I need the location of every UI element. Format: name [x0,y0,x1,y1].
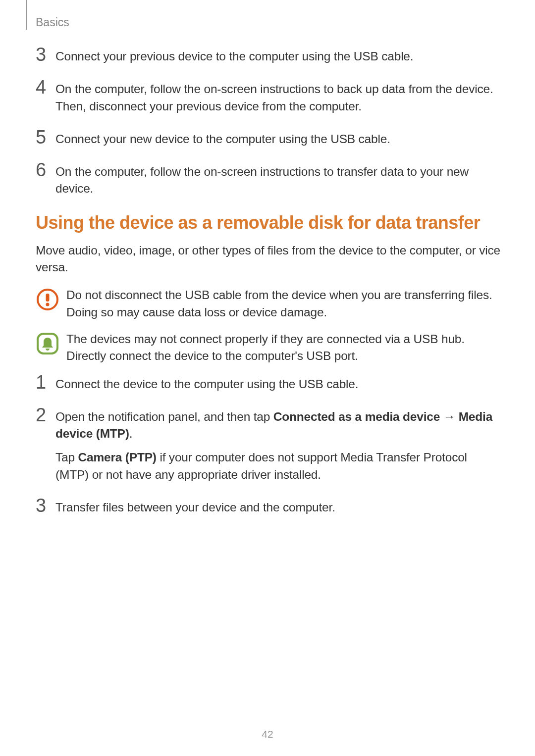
section-heading: Using the device as a removable disk for… [36,212,501,233]
warning-note: Do not disconnect the USB cable from the… [36,287,501,321]
step-number: 3 [36,45,55,64]
step-text: Connect the device to the computer using… [55,375,358,393]
info-text: The devices may not connect properly if … [66,331,501,365]
step-number: 3 [36,496,55,515]
step-text: Transfer files between your device and t… [55,498,335,516]
step-number: 2 [36,405,55,424]
text-fragment: . [129,427,133,440]
step-item: 6 On the computer, follow the on-screen … [36,162,501,198]
step-item: 1 Connect the device to the computer usi… [36,375,501,393]
step-item: 2 Open the notification panel, and then … [36,407,501,483]
step-text: On the computer, follow the on-screen in… [55,162,501,198]
svg-rect-1 [46,294,50,302]
info-note: The devices may not connect properly if … [36,331,501,365]
header-divider [26,0,27,30]
step-number: 1 [36,373,55,392]
warning-text: Do not disconnect the USB cable from the… [66,287,501,321]
sub-paragraph: Tap Camera (PTP) if your computer does n… [55,449,501,483]
bold-text: Camera (PTP) [78,451,157,464]
header-section-label: Basics [36,16,69,29]
warning-icon [36,288,59,311]
step-item: 3 Connect your previous device to the co… [36,47,501,65]
step-text: Open the notification panel, and then ta… [55,407,501,483]
bold-text: Connected as a media device [273,410,440,423]
step-number: 5 [36,128,55,147]
text-fragment: Open the notification panel, and then ta… [55,410,273,423]
step-text: Connect your previous device to the comp… [55,47,413,65]
step-item: 4 On the computer, follow the on-screen … [36,80,501,115]
intro-paragraph: Move audio, video, image, or other types… [36,242,501,276]
step-text: Connect your new device to the computer … [55,130,390,148]
step-number: 6 [36,160,55,179]
step-number: 4 [36,78,55,97]
text-fragment: Tap [55,451,78,464]
arrow-symbol: → [440,410,459,423]
page-number: 42 [0,728,535,740]
step-text: On the computer, follow the on-screen in… [55,80,501,115]
svg-point-2 [46,303,50,306]
step-item: 3 Transfer files between your device and… [36,498,501,516]
step-item: 5 Connect your new device to the compute… [36,130,501,148]
notification-icon [36,332,59,355]
page-content: 3 Connect your previous device to the co… [36,47,501,531]
